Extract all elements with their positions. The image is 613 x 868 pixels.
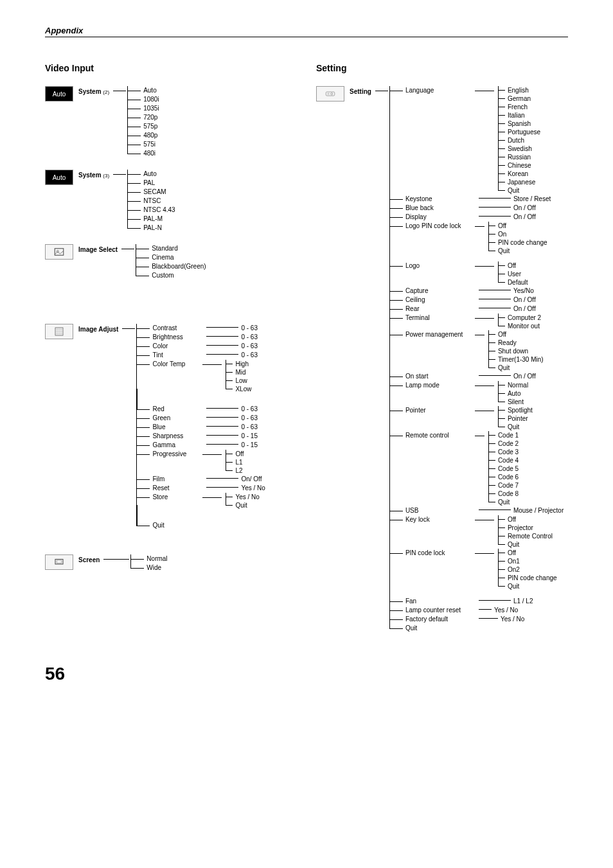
key-lock-item: Key lock Off Projector Remote Control Qu… bbox=[399, 515, 564, 549]
section-header: Appendix bbox=[45, 26, 568, 35]
list-item: L1 bbox=[231, 458, 244, 466]
list-item: On startOn / Off bbox=[399, 372, 564, 381]
list-item: RearOn / Off bbox=[399, 305, 564, 314]
image-adjust-label: Image Adjust bbox=[78, 326, 118, 333]
list-item: Off bbox=[231, 450, 244, 458]
screen-label: Screen bbox=[78, 556, 100, 563]
list-item: Off bbox=[504, 549, 557, 557]
list-item: 575p bbox=[137, 122, 159, 131]
list-item: Custom bbox=[145, 271, 206, 280]
image-select-block: Image Select Standard Cinema Blackboard(… bbox=[45, 244, 297, 280]
list-item: Normal bbox=[140, 554, 167, 563]
list-item: Mid bbox=[231, 368, 251, 376]
list-item: PIN code change bbox=[494, 238, 547, 247]
list-item: USBMouse / Projector bbox=[399, 506, 564, 515]
list-item: French bbox=[504, 103, 540, 111]
system3-tree: Auto PAL SECAM NTSC NTSC 4.43 PAL-M PAL-… bbox=[127, 170, 175, 233]
logo-item: Logo Off User Default bbox=[399, 261, 564, 287]
list-item: 480i bbox=[137, 149, 159, 158]
list-item: On2 bbox=[504, 565, 557, 574]
system3-icon: Auto bbox=[45, 170, 73, 185]
list-item: Yes / No bbox=[231, 493, 259, 501]
list-item: SECAM bbox=[137, 188, 175, 197]
list-item: Quit bbox=[504, 186, 540, 195]
list-item: Lamp counter resetYes / No bbox=[399, 606, 564, 615]
list-item: Red0 - 63 bbox=[146, 405, 265, 414]
list-item: Projector bbox=[504, 524, 553, 532]
list-item: Blue0 - 63 bbox=[146, 423, 265, 432]
setting-tree: Language English German French Italian S… bbox=[389, 86, 564, 633]
page-number: 56 bbox=[45, 664, 568, 684]
list-item: Contrast0 - 63 bbox=[146, 324, 265, 333]
list-item: Quit bbox=[231, 501, 259, 509]
list-item: Blue backOn / Off bbox=[399, 204, 564, 213]
list-item: Blackboard(Green) bbox=[145, 262, 206, 271]
list-item: Quit bbox=[504, 423, 533, 431]
lamp-mode-item: Lamp mode Normal Auto Silent bbox=[399, 381, 564, 406]
svg-point-7 bbox=[331, 93, 333, 95]
list-item: Code 7 bbox=[494, 481, 519, 490]
list-item: Dutch bbox=[504, 136, 540, 145]
list-item: Auto bbox=[137, 170, 175, 179]
list-item: Quit bbox=[494, 247, 547, 255]
list-item: Japanese bbox=[504, 178, 540, 186]
list-item: NTSC 4.43 bbox=[137, 206, 175, 215]
setting-icon bbox=[316, 86, 344, 102]
list-item: Factory defaultYes / No bbox=[399, 615, 564, 624]
store-item: Store Yes / No Quit bbox=[146, 493, 265, 509]
list-item: Code 2 bbox=[494, 439, 519, 448]
list-item: Standard bbox=[145, 244, 206, 253]
system2-icon: Auto bbox=[45, 86, 73, 102]
system3-block: Auto System (3) Auto PAL SECAM NTSC NTSC… bbox=[45, 170, 297, 233]
list-item: Auto bbox=[504, 389, 528, 398]
list-item: Korean bbox=[504, 170, 540, 178]
list-item: 480p bbox=[137, 131, 159, 140]
list-item: Chinese bbox=[504, 161, 540, 170]
list-item: User bbox=[504, 270, 528, 278]
list-item: Ready bbox=[494, 339, 544, 347]
list-item: English bbox=[504, 86, 540, 94]
list-item: Off bbox=[494, 330, 544, 339]
screen-icon bbox=[45, 554, 73, 570]
list-item: L2 bbox=[231, 466, 244, 475]
screen-block: Screen Normal Wide bbox=[45, 554, 297, 572]
list-item: DisplayOn / Off bbox=[399, 213, 564, 222]
list-item: FilmOn/ Off bbox=[146, 475, 265, 484]
progressive-item: Progressive Off L1 L2 bbox=[146, 450, 265, 475]
list-item: Code 3 bbox=[494, 448, 519, 456]
list-item: 1080i bbox=[137, 95, 159, 104]
image-adjust-tree: Contrast0 - 63 Brightness0 - 63 Color0 -… bbox=[136, 324, 265, 530]
image-adjust-block: Image Adjust Contrast0 - 63 Brightness0 … bbox=[45, 324, 297, 530]
list-item: Tint0 - 63 bbox=[146, 351, 265, 360]
list-item: 575i bbox=[137, 140, 159, 149]
list-item: Pointer bbox=[504, 414, 533, 423]
list-item: On1 bbox=[504, 557, 557, 565]
pointer-item: Pointer Spotlight Pointer Quit bbox=[399, 406, 564, 431]
terminal-item: Terminal Computer 2 Monitor out bbox=[399, 314, 564, 330]
screen-tree: Normal Wide bbox=[130, 554, 167, 572]
image-adjust-icon bbox=[45, 324, 73, 339]
list-item: Code 8 bbox=[494, 490, 519, 498]
list-item: Default bbox=[504, 278, 528, 287]
system2-label: System (2) bbox=[78, 88, 109, 95]
list-item: Russian bbox=[504, 153, 540, 161]
list-item: Spotlight bbox=[504, 406, 533, 414]
list-item: On bbox=[494, 230, 547, 238]
list-item: CaptureYes/No bbox=[399, 287, 564, 296]
list-item: 720p bbox=[137, 113, 159, 122]
list-item: Quit bbox=[504, 582, 557, 590]
list-item: Remote Control bbox=[504, 532, 553, 540]
list-item: NTSC bbox=[137, 197, 175, 206]
image-select-icon bbox=[45, 244, 73, 260]
list-item: CeilingOn / Off bbox=[399, 296, 564, 305]
setting-title: Setting bbox=[316, 63, 568, 73]
power-mgmt-item: Power management Off Ready Shut down Tim… bbox=[399, 330, 564, 372]
setting-column: Setting Setting Language English German … bbox=[316, 63, 568, 644]
setting-block: Setting Language English German French I… bbox=[316, 86, 568, 633]
list-item: Silent bbox=[504, 398, 528, 406]
svg-rect-6 bbox=[328, 93, 330, 95]
list-item: KeystoneStore / Reset bbox=[399, 195, 564, 204]
list-item: Quit bbox=[399, 624, 564, 633]
list-item: Computer 2 bbox=[504, 314, 541, 322]
list-item: Timer(1-30 Min) bbox=[494, 355, 544, 364]
